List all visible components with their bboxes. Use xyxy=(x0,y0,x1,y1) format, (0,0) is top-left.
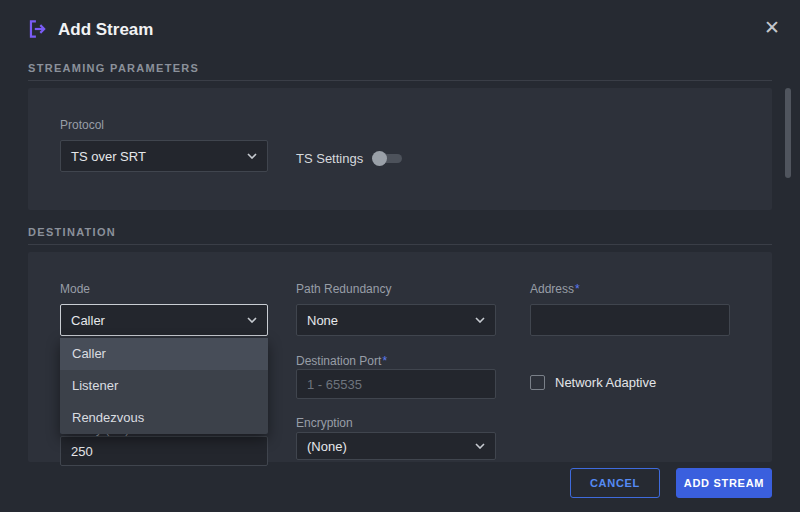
ts-settings-label: TS Settings xyxy=(296,151,363,166)
network-adaptive-label: Network Adaptive xyxy=(555,375,656,390)
protocol-select-value: TS over SRT xyxy=(71,149,146,164)
destination-port-input[interactable] xyxy=(296,369,496,399)
encryption-select[interactable]: (None) xyxy=(296,432,496,460)
destination-port-label-text: Destination Port xyxy=(296,354,381,368)
dialog-title: Add Stream xyxy=(58,20,153,40)
network-adaptive-checkbox[interactable] xyxy=(530,375,545,390)
path-redundancy-select[interactable]: None xyxy=(296,304,496,336)
mode-options-menu: Caller Listener Rendezvous xyxy=(60,338,268,434)
latency-input[interactable] xyxy=(60,436,268,466)
path-redundancy-label: Path Redundancy xyxy=(296,282,391,296)
protocol-select[interactable]: TS over SRT xyxy=(60,140,268,172)
toggle-knob xyxy=(372,151,387,166)
mode-select-value: Caller xyxy=(71,313,105,328)
path-redundancy-select-value: None xyxy=(307,313,338,328)
mode-select[interactable]: Caller xyxy=(60,304,268,336)
add-stream-button[interactable]: ADD STREAM xyxy=(676,468,772,498)
cancel-button[interactable]: CANCEL xyxy=(570,468,660,498)
encryption-select-value: (None) xyxy=(307,439,347,454)
add-stream-icon xyxy=(26,18,48,40)
mode-option-rendezvous[interactable]: Rendezvous xyxy=(60,402,268,434)
chevron-down-icon xyxy=(475,317,485,323)
ts-settings-toggle[interactable] xyxy=(372,150,404,166)
encryption-label: Encryption xyxy=(296,416,353,430)
address-label: Address* xyxy=(530,282,580,296)
protocol-label: Protocol xyxy=(60,118,104,132)
mode-option-listener[interactable]: Listener xyxy=(60,370,268,402)
mode-label: Mode xyxy=(60,282,90,296)
chevron-down-icon xyxy=(247,153,257,159)
address-input[interactable] xyxy=(530,304,730,336)
mode-option-caller[interactable]: Caller xyxy=(60,338,268,370)
network-adaptive-checkbox-row[interactable]: Network Adaptive xyxy=(530,375,656,390)
required-marker: * xyxy=(575,282,580,296)
vertical-scrollbar[interactable] xyxy=(785,88,791,178)
chevron-down-icon xyxy=(247,317,257,323)
address-label-text: Address xyxy=(530,282,574,296)
destination-port-label: Destination Port* xyxy=(296,354,387,368)
close-icon[interactable]: ✕ xyxy=(760,14,784,41)
section-title-streaming-parameters: STREAMING PARAMETERS xyxy=(28,62,199,74)
divider xyxy=(28,244,772,245)
section-title-destination: DESTINATION xyxy=(28,226,116,238)
required-marker: * xyxy=(382,354,387,368)
divider xyxy=(28,80,772,81)
add-stream-dialog: Add Stream ✕ STREAMING PARAMETERS Protoc… xyxy=(0,0,800,512)
chevron-down-icon xyxy=(475,443,485,449)
